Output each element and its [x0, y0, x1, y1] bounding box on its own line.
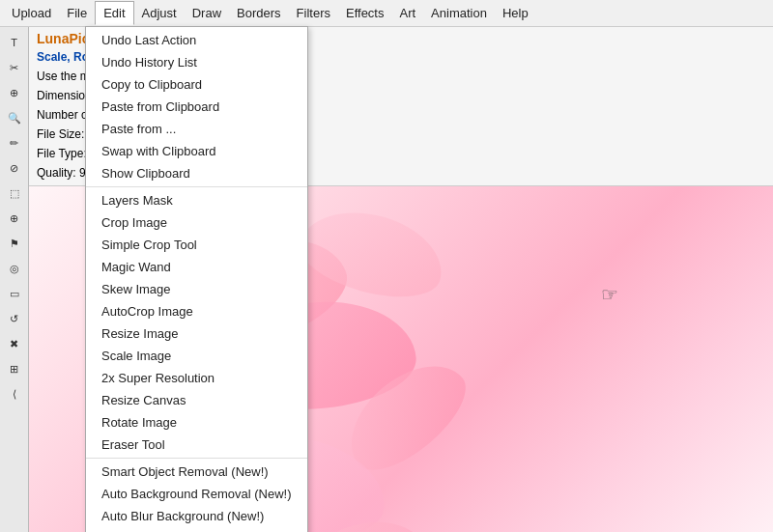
menu-divider-1	[86, 186, 307, 187]
rotate-tool-btn[interactable]: ↺	[3, 307, 26, 330]
menu-help[interactable]: Help	[495, 2, 536, 24]
menu-adjust[interactable]: Adjust	[134, 2, 185, 24]
menu-scale-image[interactable]: Scale Image	[86, 345, 307, 367]
menu-undo-history[interactable]: Undo History List	[86, 51, 307, 73]
menu-auto-bg-removal[interactable]: Auto Background Removal (New!)	[86, 483, 307, 505]
menu-skew-image[interactable]: Skew Image	[86, 278, 307, 300]
menu-paste-from[interactable]: Paste from ...	[86, 118, 307, 140]
menu-effects[interactable]: Effects	[338, 2, 392, 24]
menu-autocrop[interactable]: AutoCrop Image	[86, 300, 307, 322]
select-tool-btn[interactable]: ⬚	[3, 182, 26, 205]
menu-eraser-tool[interactable]: Eraser Tool	[86, 434, 307, 456]
menu-smart-object-removal[interactable]: Smart Object Removal (New!)	[86, 461, 307, 483]
layers-tool-btn[interactable]: ⟨	[3, 382, 26, 406]
menu-bar: Upload File Edit Adjust Draw Borders Fil…	[0, 0, 773, 27]
menu-draw[interactable]: Draw	[185, 2, 229, 24]
menu-resize-canvas[interactable]: Resize Canvas	[86, 389, 307, 411]
grid-tool-btn[interactable]: ⊞	[3, 357, 26, 380]
menu-copy-clipboard[interactable]: Copy to Clipboard	[86, 73, 307, 96]
menu-simple-crop[interactable]: Simple Crop Tool	[86, 234, 307, 256]
brush-tool-btn[interactable]: ⊘	[3, 156, 26, 180]
menu-borders[interactable]: Borders	[229, 2, 289, 24]
menu-resize-image[interactable]: Resize Image	[86, 322, 307, 345]
menu-filters[interactable]: Filters	[289, 2, 338, 24]
menu-super-resolution[interactable]: 2x Super Resolution	[86, 367, 307, 389]
cursor-indicator: ☞	[601, 283, 618, 306]
menu-edit[interactable]: Edit	[95, 1, 133, 25]
circle-tool-btn[interactable]: ◎	[3, 257, 26, 280]
menu-show-clipboard[interactable]: Show Clipboard	[86, 162, 307, 184]
text-tool-btn[interactable]: T	[3, 31, 26, 54]
menu-upload[interactable]: Upload	[4, 2, 59, 24]
site-name: LunaPic	[37, 31, 89, 46]
close-tool-btn[interactable]: ✖	[3, 332, 26, 355]
filesize-label: File Size:	[37, 127, 84, 141]
menu-undo-last[interactable]: Undo Last Action	[86, 29, 307, 51]
menu-crop-image[interactable]: Crop Image	[86, 211, 307, 234]
cut-tool-btn[interactable]: ✂	[3, 56, 26, 79]
menu-paste-clipboard[interactable]: Paste from Clipboard	[86, 96, 307, 118]
menu-file[interactable]: File	[59, 2, 95, 24]
zoom-tool-btn[interactable]: ⊕	[3, 81, 26, 104]
menu-art[interactable]: Art	[391, 2, 423, 24]
menu-auto-blur-bg[interactable]: Auto Blur Background (New!)	[86, 505, 307, 527]
wand-tool-btn[interactable]: ⚑	[3, 232, 26, 255]
edit-dropdown-menu: Undo Last Action Undo History List Copy …	[85, 26, 308, 532]
menu-magic-wand[interactable]: Magic Wand	[86, 256, 307, 278]
menu-rotate-image[interactable]: Rotate Image	[86, 411, 307, 434]
rect-tool-btn[interactable]: ▭	[3, 282, 26, 305]
menu-divider-2	[86, 458, 307, 459]
add-tool-btn[interactable]: ⊕	[3, 207, 26, 230]
pencil-tool-btn[interactable]: ✏	[3, 131, 26, 154]
menu-animation[interactable]: Animation	[423, 2, 495, 24]
menu-swap-clipboard[interactable]: Swap with Clipboard	[86, 140, 307, 162]
menu-auto-pixelate-bg[interactable]: Auto Pixelate Background (New!)	[86, 527, 307, 532]
menu-layers-mask[interactable]: Layers Mask	[86, 189, 307, 211]
left-toolbar: T ✂ ⊕ 🔍 ✏ ⊘ ⬚ ⊕ ⚑ ◎ ▭ ↺ ✖ ⊞ ⟨	[0, 27, 29, 532]
search-tool-btn[interactable]: 🔍	[3, 106, 26, 129]
